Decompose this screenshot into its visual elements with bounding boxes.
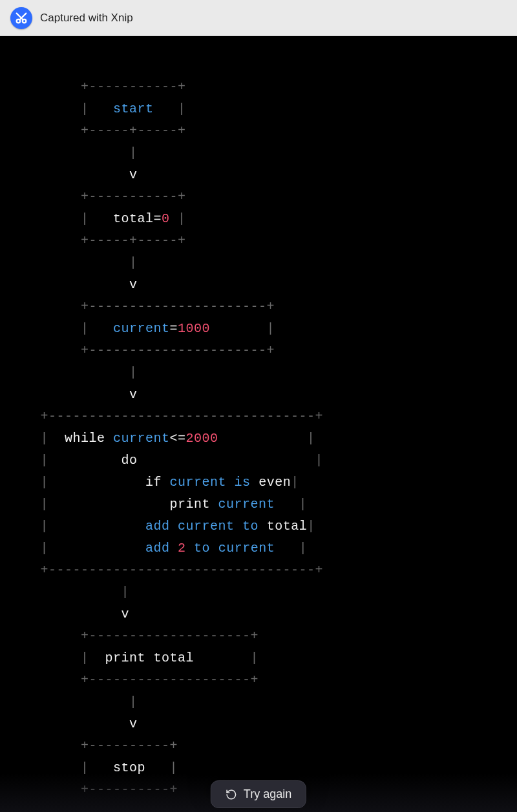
diagram-connector: | (0, 585, 129, 599)
svg-line-2 (20, 13, 26, 19)
diagram-arrow: v (0, 167, 138, 182)
diagram-arrow: v (0, 607, 129, 621)
flowchart-start: start (113, 101, 154, 116)
value-2000: 2000 (186, 431, 218, 446)
diagram-border: +-----+-----+ (0, 233, 186, 248)
diagram-border: +--------------------+ (0, 629, 258, 643)
value-1000: 1000 (178, 321, 210, 336)
xnip-app-icon (10, 7, 32, 29)
diagram-border: +-----------+ (0, 189, 186, 204)
diagram-border: +--------------------+ (0, 672, 258, 687)
diagram-arrow: v (0, 387, 138, 402)
diagram-border: +-----+-----+ (0, 123, 186, 138)
diagram-border: +----------+ (0, 782, 178, 797)
try-again-label: Try again (244, 787, 291, 801)
diagram-border: +----------+ (0, 738, 178, 753)
diagram-connector: | (0, 365, 138, 380)
diagram-border: +---------------------------------+ (0, 563, 323, 578)
ascii-flowchart: +-----------+ | start | +-----+-----+ | … (0, 36, 517, 801)
var-current: current (113, 321, 170, 336)
diagram-arrow: v (0, 277, 138, 292)
diagram-border: +----------------------+ (0, 343, 275, 358)
diagram-border: | (0, 101, 113, 116)
value-zero: 0 (162, 211, 170, 226)
flowchart-stop: stop (113, 760, 145, 775)
keyword-do: do (121, 453, 138, 468)
try-again-button[interactable]: Try again (211, 780, 306, 808)
var-total: total (113, 211, 154, 226)
refresh-icon (226, 789, 237, 800)
value-2: 2 (178, 541, 186, 556)
diagram-connector: | (0, 145, 138, 160)
keyword-while: while (65, 431, 105, 446)
diagram-arrow: v (0, 716, 138, 731)
diagram-connector: | (0, 694, 138, 709)
diagram-connector: | (0, 255, 138, 270)
window-titlebar: Captured with Xnip (0, 0, 517, 36)
keyword-if: if (145, 475, 162, 490)
titlebar-app-name: Captured with Xnip (40, 12, 133, 25)
svg-line-3 (17, 13, 23, 19)
diagram-border: +----------------------+ (0, 299, 275, 314)
keyword-print: print (170, 497, 211, 512)
diagram-border: +---------------------------------+ (0, 409, 323, 424)
diagram-border: +-----------+ (0, 79, 186, 94)
